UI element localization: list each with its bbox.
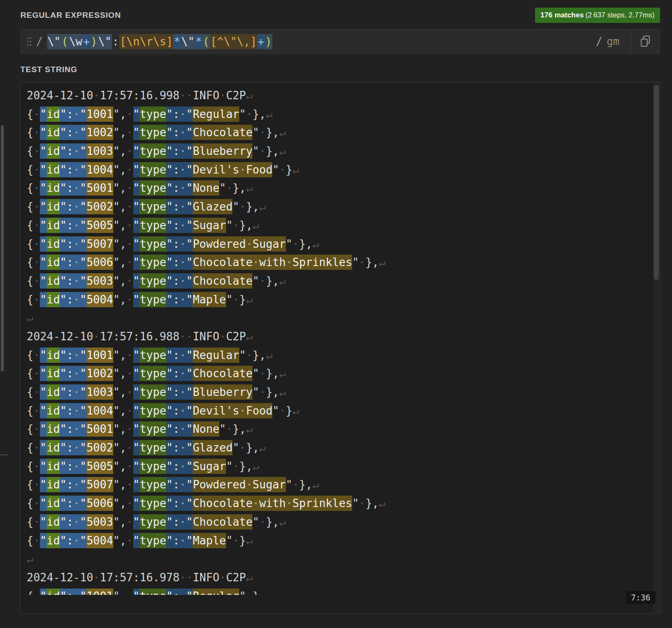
whitespace-dot: · [73,256,80,269]
whitespace-dot: · [179,516,186,528]
match-highlight-m2: ":·" [166,255,193,270]
match-highlight-v2: None [193,180,219,196]
regex-token-cls: [^\"\,] [210,34,258,49]
match-highlight-m2: ":·" [166,292,193,307]
match-highlight-m2: ":·" [166,180,193,196]
test-string-editor[interactable]: 2024-12-10·17:57:16.998··INFO·C2P↵{·"id"… [20,82,660,614]
match-highlight-v1: 1001 [87,348,113,363]
code-line: {·"id":·"5002",·"type":·"Glazed"·},↵ [27,439,650,457]
match-highlight-m1: " [40,143,47,159]
whitespace-dot: · [179,534,186,547]
match-highlight-v1: 1002 [87,366,113,381]
code-text: ",· [113,273,133,289]
whitespace-dot: · [126,478,133,491]
whitespace-dot: · [34,200,40,213]
whitespace-dot: · [73,441,80,454]
eol-mark: ↵ [379,256,386,269]
whitespace-dot: · [73,386,80,398]
whitespace-dot: · [279,404,286,417]
code-line: {·"id":·"1001",·"type":·"Regular"·},↵ [27,346,650,365]
editor-scrollbar[interactable] [653,82,660,613]
page-scrollbar-thumb[interactable] [1,125,4,371]
code-line: {·"id":·"5004",·"type":·"Maple"·}↵ [27,532,650,550]
whitespace-dot: · [73,238,80,250]
code-text: ",· [113,403,133,418]
whitespace-dot: · [186,89,193,102]
regex-token-lit: : [112,34,120,49]
code-text: "·}, [286,477,313,492]
match-highlight-m2: " [133,125,140,140]
match-highlight-g1: id [47,421,60,437]
code-line: {·"id":·"1002",·"type":·"Chocolate"·},↵ [27,364,650,383]
code-text: {· [27,180,40,196]
whitespace-dot: · [286,256,293,269]
match-highlight-m2: ":·" [166,218,193,233]
editor-scrollbar-thumb[interactable] [654,85,659,280]
match-highlight-g1: id [47,292,60,307]
drag-handle-icon[interactable] [27,36,32,47]
eol-mark: ↵ [246,182,253,194]
match-highlight-m1: ":·" [60,236,87,252]
match-highlight-v2: Powdered·Sugar [193,477,286,492]
match-highlight-m2: " [133,255,140,270]
whitespace-dot: · [126,238,133,250]
code-text: ",· [113,496,133,511]
code-text: {· [27,496,40,511]
code-text: {· [27,162,40,177]
test-string-label: TEST STRING [20,65,77,74]
code-line: {·"id":·"5004",·"type":·"Maple"·}↵ [27,291,650,309]
match-highlight-g2: type [140,421,166,437]
regex-input[interactable]: / \"(\w+)\":[\n\r\s]*\"*([^\"\,]+) / gm [20,29,660,54]
whitespace-dot: · [34,349,40,362]
whitespace-dot: · [73,219,80,232]
match-highlight-m1: ":·" [60,514,87,530]
match-count: 176 matches [540,11,584,19]
whitespace-dot: · [226,423,233,435]
match-highlight-m2: " [133,384,140,400]
match-highlight-g2: type [140,162,166,177]
code-text: "·}, [232,440,259,455]
regex-flags[interactable]: gm [607,35,619,48]
code-line: {·"id":·"1001",·"type":·"Regular"·},↵ [27,587,650,595]
match-highlight-v2: Regular [193,589,239,595]
whitespace-dot: · [179,200,186,213]
code-text: ",· [113,218,133,233]
whitespace-dot: · [179,497,186,510]
match-highlight-v2: Chocolate [193,273,252,289]
whitespace-dot: · [73,460,80,473]
code-line: {·"id":·"5001",·"type":·"None"·},↵ [27,420,650,439]
match-highlight-g1: id [47,440,60,455]
match-highlight-v2: Chocolate [193,366,252,381]
regex-pattern-text[interactable]: \"(\w+)\":[\n\r\s]*\"*([^\"\,]+) [47,35,272,48]
whitespace-dot: · [259,126,266,139]
match-highlight-g2: type [140,496,166,511]
copy-icon [640,35,650,48]
code-text: "·} [272,403,292,418]
whitespace-dot: · [239,163,246,176]
whitespace-dot: · [73,200,80,213]
whitespace-dot: · [34,238,40,250]
match-highlight-g1: id [47,496,60,511]
whitespace-dot: · [73,293,80,306]
code-text: "·}, [239,107,266,122]
match-highlight-v1: 5003 [87,514,113,530]
code-text: "·}, [226,459,253,474]
whitespace-dot: · [239,200,246,213]
code-text: {· [27,236,40,252]
whitespace-dot: · [73,145,80,157]
match-highlight-m1: ":·" [60,384,87,400]
whitespace-dot: · [239,441,246,454]
whitespace-dot: · [279,163,286,176]
whitespace-dot: · [179,349,186,362]
code-text: ",· [113,236,133,252]
match-highlight-m2: " [133,292,140,307]
match-count-badge[interactable]: 176 matches(2 637 steps, 2.77ms) [535,8,660,23]
whitespace-dot: · [286,497,293,510]
main-content: REGULAR EXPRESSION 176 matches(2 637 ste… [20,0,660,614]
match-highlight-g2: type [140,143,166,159]
match-highlight-m2: " [133,199,140,214]
match-highlight-v1: 5002 [87,440,113,455]
whitespace-dot: · [179,478,186,491]
copy-regex-button[interactable] [631,35,660,48]
match-highlight-m2: " [133,477,140,492]
